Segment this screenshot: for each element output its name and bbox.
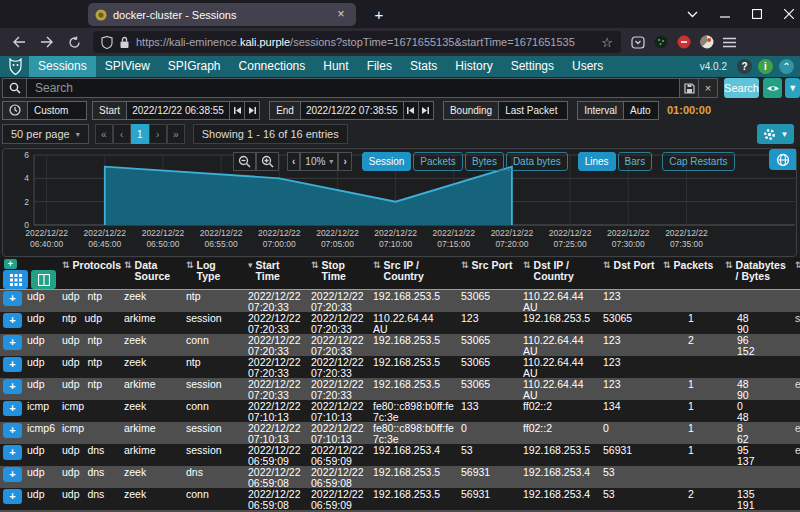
window-maximize-button[interactable]	[752, 9, 762, 19]
expand-session-button[interactable]: +	[3, 401, 22, 416]
session-protocol-tag[interactable]: udp	[27, 357, 45, 368]
cell-protocols[interactable]: icmp	[58, 400, 120, 422]
start-skip-back-icon[interactable]	[229, 102, 244, 119]
arkime-owl-logo[interactable]	[8, 58, 23, 75]
graph-style-bars-button[interactable]: Bars	[618, 152, 653, 171]
cell-start-time[interactable]: 2022/12/2207:20:33	[244, 356, 307, 378]
table-settings-gear-button[interactable]: ▼	[757, 124, 794, 144]
cell-dst-port[interactable]: 123	[599, 378, 659, 400]
column-header-protocols[interactable]: ⇅Protocols	[58, 258, 120, 289]
cell-dst-ip[interactable]: 192.168.253.5	[519, 444, 599, 466]
search-input[interactable]	[26, 78, 680, 98]
cell-protocols[interactable]: udp dns	[58, 444, 120, 466]
cell-stop-time[interactable]: 2022/12/2206:59:09	[307, 488, 369, 510]
window-minimize-button[interactable]	[720, 9, 730, 19]
column-header-stop-time[interactable]: ⇅Stop Time	[307, 258, 369, 289]
bounding-select[interactable]: Last Packet	[499, 105, 567, 116]
cell-stop-time[interactable]: 2022/12/2206:59:08	[307, 466, 369, 488]
views-eye-button[interactable]	[763, 78, 782, 98]
cell-src-ip[interactable]: 192.168.253.4	[369, 444, 457, 466]
cell-src-port[interactable]: 53065	[457, 334, 519, 356]
graph-series-bytes-button[interactable]: Bytes	[465, 152, 504, 171]
cell-start-time[interactable]: 2022/12/2207:20:33	[244, 378, 307, 400]
cell-src-ip[interactable]: 192.168.253.5	[369, 290, 457, 312]
menu-hamburger-icon[interactable]	[723, 37, 736, 48]
cell-src-ip[interactable]: 192.168.253.5	[369, 488, 457, 510]
column-header-data-source[interactable]: ⇅Data Source	[120, 258, 182, 289]
cell-src-ip[interactable]: 192.168.253.5	[369, 378, 457, 400]
cell-src-port[interactable]: 53065	[457, 356, 519, 378]
pager-prev-button[interactable]: ‹	[113, 124, 131, 144]
column-header-dst-port[interactable]: ⇅Dst Port	[599, 258, 659, 289]
per-page-select[interactable]: 50 per page▾	[2, 124, 89, 144]
graph-cap-restarts-button[interactable]: Cap Restarts	[662, 152, 734, 171]
expand-session-button[interactable]: +	[3, 489, 22, 504]
cell-data-source[interactable]: zeek	[120, 356, 182, 378]
cell-dst-port[interactable]: 56931	[599, 444, 659, 466]
cell-log-type[interactable]: session	[182, 312, 244, 334]
extension-icon-profile[interactable]	[700, 35, 714, 49]
cell-src-ip[interactable]: 192.168.253.5	[369, 466, 457, 488]
browser-tab[interactable]: docker-cluster - Sessions ×	[88, 3, 356, 26]
cell-stop-time[interactable]: 2022/12/2207:20:33	[307, 356, 369, 378]
tab-list-chevron-icon[interactable]	[687, 11, 698, 18]
table-add-button[interactable]: +	[4, 259, 17, 269]
nav-item-spigraph[interactable]: SPIGraph	[159, 56, 230, 77]
cell-data-source[interactable]: arkime	[120, 378, 182, 400]
cell-dst-ip[interactable]: ff02::2	[519, 422, 599, 444]
window-close-button[interactable]	[784, 9, 794, 19]
expand-session-button[interactable]: +	[3, 313, 22, 328]
column-header-packets[interactable]: ⇅Packets	[659, 258, 721, 289]
nav-item-sessions[interactable]: Sessions	[29, 56, 96, 77]
start-time-input[interactable]	[127, 105, 229, 116]
expand-session-button[interactable]: +	[3, 335, 22, 350]
cell-dst-ip[interactable]: 110.22.64.44AU	[519, 334, 599, 356]
expand-session-button[interactable]: +	[3, 291, 22, 306]
cell-stop-time[interactable]: 2022/12/2207:20:33	[307, 312, 369, 334]
expand-session-button[interactable]: +	[3, 357, 22, 372]
pager-page-1-button[interactable]: 1	[131, 124, 149, 144]
cell-src-port[interactable]: 56931	[457, 466, 519, 488]
cell-log-type[interactable]: ntp	[182, 290, 244, 312]
cell-src-ip[interactable]: 192.168.253.5	[369, 356, 457, 378]
map-toggle-button[interactable]	[769, 149, 796, 170]
extension-icon-red[interactable]	[677, 35, 691, 49]
cell-protocols[interactable]: udp ntp	[58, 378, 120, 400]
info-button[interactable]: i	[758, 59, 773, 74]
cell-protocols[interactable]: udp ntp	[58, 334, 120, 356]
cell-dst-ip[interactable]: 192.168.253.5	[519, 312, 599, 334]
end-skip-back-icon[interactable]	[403, 102, 418, 119]
cell-dst-port[interactable]: 123	[599, 290, 659, 312]
column-header-dst-ip-country[interactable]: ⇅Dst IP / Country	[519, 258, 599, 289]
graph-style-lines-button[interactable]: Lines	[578, 152, 616, 171]
lock-icon[interactable]	[119, 36, 130, 49]
nav-item-history[interactable]: History	[446, 56, 501, 77]
session-protocol-tag[interactable]: udp	[27, 313, 45, 324]
nav-item-hunt[interactable]: Hunt	[314, 56, 357, 77]
scroll-top-button[interactable]: ⌃	[779, 59, 794, 74]
help-button[interactable]: ?	[737, 59, 752, 74]
pager-last-button[interactable]: »	[167, 124, 185, 144]
forward-icon[interactable]	[40, 36, 54, 49]
cell-dst-port[interactable]: 134	[599, 400, 659, 422]
back-icon[interactable]	[12, 36, 26, 49]
search-button[interactable]: Search	[724, 78, 759, 98]
expand-session-button[interactable]: +	[3, 379, 22, 394]
nav-item-connections[interactable]: Connections	[230, 56, 315, 77]
cell-protocols[interactable]: udp dns	[58, 466, 120, 488]
cell-src-ip[interactable]: 192.168.253.5	[369, 334, 457, 356]
expand-session-button[interactable]: +	[3, 423, 22, 438]
clock-icon[interactable]	[3, 102, 28, 119]
zoom-in-icon[interactable]	[256, 152, 279, 171]
cell-start-time[interactable]: 2022/12/2206:59:08	[244, 488, 307, 510]
cell-start-time[interactable]: 2022/12/2207:20:33	[244, 334, 307, 356]
cell-dst-port[interactable]: 123	[599, 334, 659, 356]
session-protocol-tag[interactable]: icmp6	[27, 423, 55, 434]
graph-series-packets-button[interactable]: Packets	[413, 152, 463, 171]
cell-dst-port[interactable]: 53	[599, 466, 659, 488]
cell-log-type[interactable]: conn	[182, 400, 244, 422]
cell-dst-port[interactable]: 123	[599, 356, 659, 378]
tab-close-icon[interactable]: ×	[333, 7, 349, 23]
cell-start-time[interactable]: 2022/12/2206:59:08	[244, 466, 307, 488]
cell-start-time[interactable]: 2022/12/2207:20:33	[244, 312, 307, 334]
